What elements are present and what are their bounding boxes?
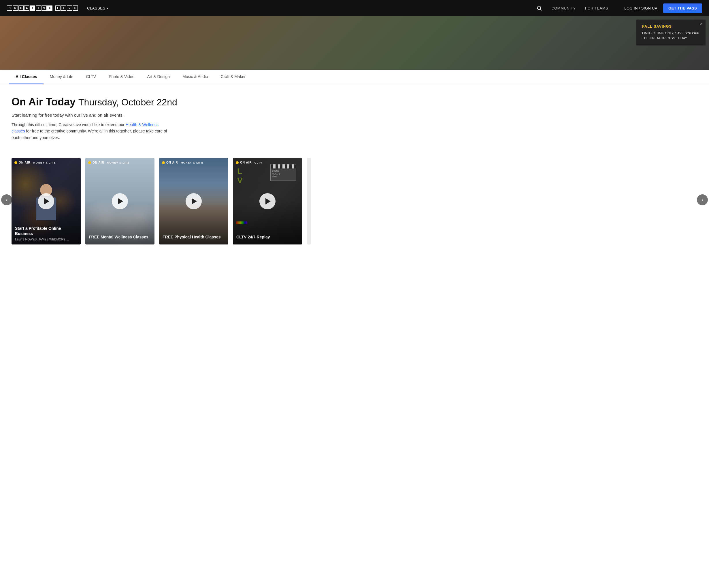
play-icon-4: [265, 198, 271, 204]
for-teams-link[interactable]: FOR TEAMS: [585, 6, 608, 10]
card-4-info: CLTV 24/7 Replay: [233, 230, 302, 245]
logo-letter-i2: I: [61, 5, 66, 11]
card-3[interactable]: ON AIR MONEY & LIFE FREE Physical Health…: [159, 158, 228, 245]
hero-background: [0, 16, 709, 70]
card-2-info: FREE Mental Wellness Classes: [85, 230, 155, 245]
on-air-heading: On Air Today Thursday, October 22nd: [11, 96, 334, 108]
card-3-title: FREE Physical Health Classes: [162, 234, 225, 240]
on-air-dot: [15, 161, 17, 164]
logo-letter-v2: V: [67, 5, 72, 11]
tab-music-audio[interactable]: Music & Audio: [176, 70, 214, 84]
card-2-title: FREE Mental Wellness Classes: [89, 234, 151, 240]
tab-cltv[interactable]: CLTV: [80, 70, 102, 84]
card-4-category: CLTV: [255, 161, 263, 164]
card-1[interactable]: ON AIR MONEY & LIFE Start a Profitable O…: [11, 158, 81, 245]
fall-savings-popup: × FALL SAVINGS LIMITED TIME ONLY, SAVE 5…: [636, 20, 706, 46]
carousel-track: ON AIR MONEY & LIFE Start a Profitable O…: [0, 158, 709, 245]
logo-letter-v: V: [42, 5, 47, 11]
popup-body: LIMITED TIME ONLY, SAVE 50% OFF THE CREA…: [642, 31, 700, 41]
tab-craft-maker[interactable]: Craft & Maker: [214, 70, 252, 84]
card-1-category: MONEY & LIFE: [33, 161, 56, 164]
on-air-dot-3: [162, 161, 165, 164]
navbar: C R E A T I V E L I V E CLASSES ▾ COMMUN…: [0, 0, 709, 16]
on-air-label: ON AIR: [19, 161, 30, 164]
logo-letter-i: I: [36, 5, 41, 11]
on-air-date: Thursday, October 22nd: [78, 97, 177, 107]
logo[interactable]: C R E A T I V E L I V E: [7, 5, 78, 11]
card-2[interactable]: ON AIR MONEY & LIFE FREE Mental Wellness…: [85, 158, 155, 245]
category-tabs: All Classes Money & Life CLTV Photo & Vi…: [0, 70, 709, 84]
search-icon[interactable]: [536, 5, 542, 11]
on-air-dot-2: [88, 161, 91, 164]
play-icon-3: [192, 198, 197, 204]
tab-money-life[interactable]: Money & Life: [44, 70, 80, 84]
play-icon-2: [118, 198, 123, 204]
nav-links: CLASSES ▾ COMMUNITY FOR TEAMS LOG IN / S…: [87, 3, 702, 13]
card-4-play-button[interactable]: [259, 193, 275, 209]
on-air-label-4: ON AIR: [240, 161, 252, 164]
logo-letter-e: E: [19, 5, 24, 11]
logo-spacer: [53, 5, 55, 11]
svg-line-1: [541, 9, 542, 10]
tab-photo-video[interactable]: Photo & Video: [102, 70, 141, 84]
card-1-author: LEWIS HOWES, JAMES WEDMORE,...: [15, 237, 77, 241]
on-air-heading-bold: On Air Today: [11, 96, 76, 108]
logo-letter-l: L: [55, 5, 60, 11]
logo-letter-c: C: [7, 5, 12, 11]
card-1-play-button[interactable]: [38, 193, 54, 209]
classes-link[interactable]: CLASSES ▾: [87, 6, 108, 10]
card-3-info: FREE Physical Health Classes: [159, 230, 228, 245]
main-content: On Air Today Thursday, October 22nd Star…: [0, 84, 346, 149]
logo-letter-a: A: [24, 5, 29, 11]
on-air-carousel: ‹ ON AIR MONEY & LIFE Start a Profitable: [0, 149, 709, 250]
nav-auth: LOG IN / SIGN UP GET THE PASS: [624, 3, 702, 13]
classes-label: CLASSES: [87, 6, 105, 10]
popup-title: FALL SAVINGS: [642, 24, 700, 29]
card-4-title: CLTV 24/7 Replay: [236, 234, 298, 240]
card-3-play-button[interactable]: [186, 193, 202, 209]
card-2-badge: ON AIR MONEY & LIFE: [88, 161, 129, 164]
community-link[interactable]: COMMUNITY: [551, 6, 576, 10]
hero-people-image: [0, 16, 709, 70]
on-air-label-2: ON AIR: [93, 161, 104, 164]
logo-letter-e2: E: [47, 5, 52, 11]
card-1-title: Start a Profitable Online Business: [15, 226, 77, 236]
carousel-prev-button[interactable]: ‹: [1, 194, 12, 205]
card-4[interactable]: LV SCENEVIDEO 1DATE ON AIR CLTV CLTV 24/…: [233, 158, 302, 245]
card-5-partial: [307, 158, 311, 245]
card-1-badge: ON AIR MONEY & LIFE: [15, 161, 56, 164]
logo-letter-r: R: [13, 5, 18, 11]
on-air-subtitle: Start learning for free today with our l…: [11, 113, 334, 117]
tab-art-design[interactable]: Art & Design: [141, 70, 176, 84]
close-icon[interactable]: ×: [700, 22, 702, 27]
login-link[interactable]: LOG IN / SIGN UP: [624, 6, 657, 10]
chevron-down-icon: ▾: [107, 7, 108, 10]
on-air-label-3: ON AIR: [166, 161, 178, 164]
card-4-badge: ON AIR CLTV: [236, 161, 263, 164]
on-air-description: Through this difficult time, CreativeLiv…: [11, 121, 167, 141]
card-3-badge: ON AIR MONEY & LIFE: [162, 161, 203, 164]
card-3-category: MONEY & LIFE: [181, 161, 204, 164]
tab-all-classes[interactable]: All Classes: [9, 70, 44, 84]
logo-letter-t: T: [30, 5, 35, 11]
get-pass-button[interactable]: GET THE PASS: [663, 3, 702, 13]
on-air-dot-4: [236, 161, 239, 164]
hero-banner: × FALL SAVINGS LIMITED TIME ONLY, SAVE 5…: [0, 16, 709, 70]
play-icon: [44, 198, 49, 204]
logo-letter-e3: E: [73, 5, 78, 11]
card-1-info: Start a Profitable Online Business LEWIS…: [11, 222, 81, 245]
card-2-play-button[interactable]: [112, 193, 128, 209]
card-2-category: MONEY & LIFE: [107, 161, 130, 164]
carousel-next-button[interactable]: ›: [697, 194, 708, 205]
